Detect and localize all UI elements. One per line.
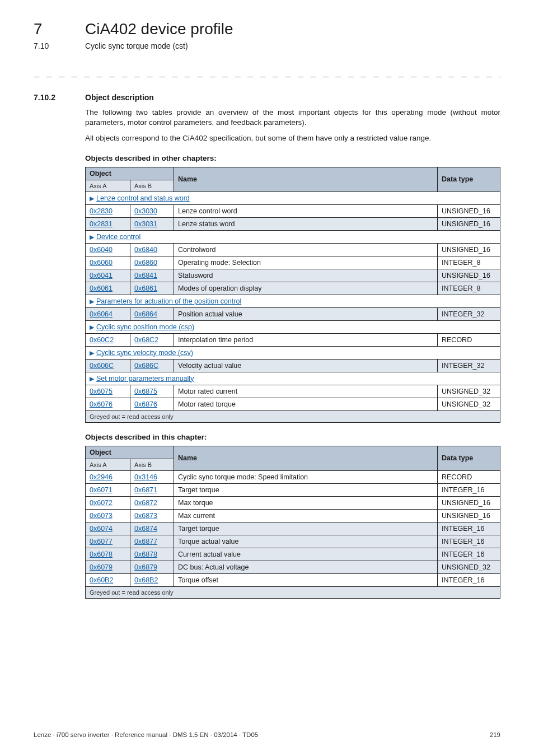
object-name-cell: Current actual value (174, 548, 438, 561)
object-link-axis-b[interactable]: 0x6879 (134, 563, 157, 571)
table-row: 0x60740x6874Target torqueINTEGER_16 (86, 522, 500, 535)
chapter-header: 7 CiA402 device profile (34, 20, 500, 38)
table-row: 0x606C0x686CVelocity actual valueINTEGER… (86, 359, 500, 372)
object-name-cell: Controlword (174, 243, 438, 256)
object-type-cell: INTEGER_8 (438, 256, 500, 269)
footer-left: Lenze · i700 servo inverter · Reference … (34, 731, 258, 738)
object-name-cell: Velocity actual value (174, 359, 438, 372)
object-name-cell: Modes of operation display (174, 282, 438, 295)
object-link-axis-a[interactable]: 0x2830 (90, 207, 113, 215)
object-name-cell: Motor rated current (174, 385, 438, 398)
object-link-axis-b[interactable]: 0x6871 (134, 486, 157, 494)
object-link-axis-b[interactable]: 0x6874 (134, 525, 157, 533)
object-link-axis-a[interactable]: 0x6078 (90, 550, 113, 558)
object-link-axis-b[interactable]: 0x6841 (134, 272, 157, 279)
object-link-axis-a[interactable]: 0x6079 (90, 563, 113, 571)
col-header-object: Object (86, 446, 174, 459)
table-row: 0x60750x6875Motor rated currentUNSIGNED_… (86, 385, 500, 398)
object-link-axis-b[interactable]: 0x6875 (134, 388, 157, 395)
dashed-rule: _ _ _ _ _ _ _ _ _ _ _ _ _ _ _ _ _ _ _ _ … (34, 66, 500, 77)
chapter-title: CiA402 device profile (85, 20, 233, 38)
object-name-cell: Position actual value (174, 307, 438, 320)
object-name-cell: Lenze control word (174, 204, 438, 217)
triangle-icon: ▶ (90, 375, 94, 382)
object-link-axis-b[interactable]: 0x3031 (134, 220, 157, 228)
table-row: 0x28310x3031Lenze status wordUNSIGNED_16 (86, 217, 500, 230)
object-link-axis-b[interactable]: 0x68C2 (134, 336, 158, 344)
object-type-cell: INTEGER_16 (438, 535, 500, 548)
section-header: 7.10 Cyclic sync torque mode (cst) (34, 41, 500, 50)
object-link-axis-a[interactable]: 0x60B2 (90, 576, 113, 584)
table-row: 0x60C20x68C2Interpolation time periodREC… (86, 333, 500, 346)
paragraph: The following two tables provide an over… (85, 108, 500, 128)
object-link-axis-b[interactable]: 0x68B2 (134, 576, 158, 584)
table-row: 0x60760x6876Motor rated torqueUNSIGNED_3… (86, 398, 500, 410)
col-header-datatype: Data type (438, 167, 500, 192)
object-link-axis-a[interactable]: 0x6072 (90, 499, 113, 507)
object-link-axis-a[interactable]: 0x6064 (90, 310, 113, 318)
section-title: Cyclic sync torque mode (cst) (85, 41, 188, 50)
object-name-cell: DC bus: Actual voltage (174, 561, 438, 573)
object-link-axis-a[interactable]: 0x6076 (90, 400, 113, 408)
table-caption: Objects described in other chapters: (85, 154, 500, 162)
table-row: 0x60600x6860Operating mode: SelectionINT… (86, 256, 500, 269)
group-link[interactable]: Cyclic sync velocity mode (csv) (96, 349, 193, 357)
object-type-cell: INTEGER_16 (438, 573, 500, 586)
object-link-axis-b[interactable]: 0x6878 (134, 550, 157, 558)
object-link-axis-a[interactable]: 0x2946 (90, 473, 113, 481)
chapter-number: 7 (34, 20, 85, 38)
object-type-cell: RECORD (438, 333, 500, 346)
object-link-axis-b[interactable]: 0x6864 (134, 310, 157, 318)
object-type-cell: UNSIGNED_32 (438, 385, 500, 398)
group-link[interactable]: Set motor parameters manually (96, 375, 194, 382)
object-link-axis-b[interactable]: 0x6873 (134, 512, 157, 520)
object-link-axis-a[interactable]: 0x6061 (90, 284, 113, 292)
object-link-axis-b[interactable]: 0x3146 (134, 473, 157, 481)
object-link-axis-a[interactable]: 0x6077 (90, 538, 113, 545)
group-link[interactable]: Device control (96, 233, 140, 241)
object-name-cell: Interpolation time period (174, 333, 438, 346)
object-type-cell: INTEGER_16 (438, 548, 500, 561)
object-link-axis-b[interactable]: 0x6876 (134, 400, 157, 408)
object-link-axis-b[interactable]: 0x6840 (134, 246, 157, 254)
object-type-cell: UNSIGNED_16 (438, 269, 500, 282)
object-name-cell: Motor rated torque (174, 398, 438, 410)
object-link-axis-a[interactable]: 0x6074 (90, 525, 113, 533)
table-row: 0x60610x6861Modes of operation displayIN… (86, 282, 500, 295)
triangle-icon: ▶ (90, 195, 94, 202)
object-link-axis-a[interactable]: 0x60C2 (90, 336, 114, 344)
col-header-datatype: Data type (438, 446, 500, 470)
col-header-name: Name (174, 446, 438, 470)
table-row: 0x29460x3146Cyclic sync torque mode: Spe… (86, 470, 500, 483)
group-row: ▶Parameters for actuation of the positio… (86, 295, 500, 307)
object-link-axis-b[interactable]: 0x6872 (134, 499, 157, 507)
object-type-cell: UNSIGNED_32 (438, 398, 500, 410)
object-link-axis-b[interactable]: 0x686C (134, 362, 158, 370)
object-link-axis-a[interactable]: 0x2831 (90, 220, 113, 228)
object-link-axis-a[interactable]: 0x6075 (90, 388, 113, 395)
object-link-axis-b[interactable]: 0x6860 (134, 259, 157, 267)
group-row: ▶Lenze control and status word (86, 192, 500, 204)
table-row: 0x60790x6879DC bus: Actual voltageUNSIGN… (86, 561, 500, 573)
table-row: 0x28300x3030Lenze control wordUNSIGNED_1… (86, 204, 500, 217)
group-link[interactable]: Lenze control and status word (96, 194, 190, 202)
object-link-axis-b[interactable]: 0x6877 (134, 538, 157, 545)
footer-page-number: 219 (490, 731, 500, 738)
group-link[interactable]: Parameters for actuation of the position… (96, 297, 241, 305)
object-link-axis-a[interactable]: 0x6041 (90, 272, 113, 279)
objects-this-chapter-table: ObjectNameData typeAxis AAxis B0x29460x3… (85, 446, 500, 599)
object-link-axis-a[interactable]: 0x6040 (90, 246, 113, 254)
object-link-axis-a[interactable]: 0x6071 (90, 486, 113, 494)
object-link-axis-b[interactable]: 0x6861 (134, 284, 157, 292)
triangle-icon: ▶ (90, 234, 94, 240)
object-name-cell: Target torque (174, 522, 438, 535)
object-link-axis-a[interactable]: 0x6073 (90, 512, 113, 520)
col-header-axis-a: Axis A (86, 459, 130, 470)
object-type-cell: UNSIGNED_16 (438, 217, 500, 230)
object-link-axis-a[interactable]: 0x6060 (90, 259, 113, 267)
object-link-axis-b[interactable]: 0x3030 (134, 207, 157, 215)
group-link[interactable]: Cyclic sync position mode (csp) (96, 323, 194, 331)
object-link-axis-a[interactable]: 0x606C (90, 362, 114, 370)
table-row: 0x60720x6872Max torqueUNSIGNED_16 (86, 496, 500, 509)
table-row: 0x60640x6864Position actual valueINTEGER… (86, 307, 500, 320)
